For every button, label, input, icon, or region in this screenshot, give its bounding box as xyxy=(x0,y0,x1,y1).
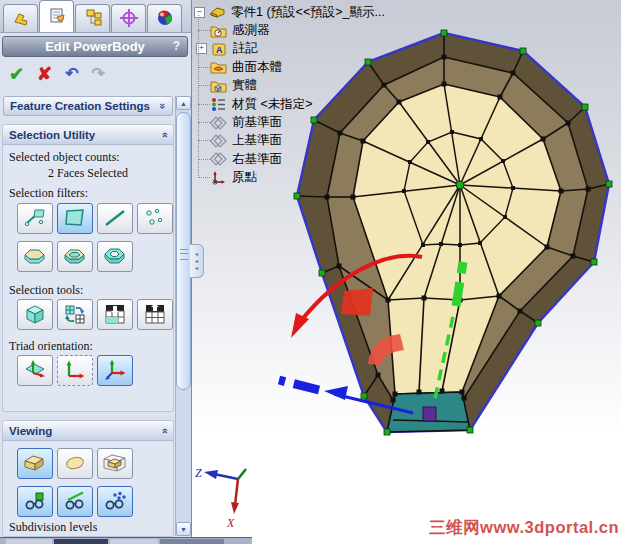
ok-button[interactable]: ✔ xyxy=(9,64,24,84)
shrink-selection-button[interactable] xyxy=(137,299,173,330)
selection-filter-row-2 xyxy=(17,241,133,272)
section-label: Feature Creation Settings xyxy=(10,100,150,112)
selection-tools-label: Selection tools: xyxy=(9,283,83,298)
tree-root-label: 零件1 (預設<<預設>_顯示... xyxy=(229,4,387,21)
selection-tools-row xyxy=(17,299,173,330)
material-icon xyxy=(210,96,227,112)
scroll-up-button[interactable]: ▲ xyxy=(176,96,191,110)
selected-vertex-marker[interactable] xyxy=(423,407,436,421)
watermark: 三维网www.3dportal.cn xyxy=(429,517,619,539)
chevron-up-icon: » xyxy=(158,131,170,137)
swap-selection-button[interactable] xyxy=(57,299,93,330)
ellipsoid-icon xyxy=(62,452,88,476)
tree-item-front-plane[interactable]: 前基準面 xyxy=(210,113,434,131)
filter-vertices-button[interactable] xyxy=(137,203,173,234)
tree-item-solid-bodies[interactable]: 實體 xyxy=(210,77,434,95)
glasses-vertices-icon xyxy=(102,490,128,514)
panel-scrollbar[interactable]: ▲ ▼ xyxy=(175,96,191,536)
tree-item-top-plane[interactable]: 上基準面 xyxy=(210,132,434,150)
box-in-cage-icon xyxy=(102,452,128,476)
show-vertices-button[interactable] xyxy=(97,486,133,517)
x-axis-arrow xyxy=(231,502,239,514)
viewing-row-2 xyxy=(17,486,133,517)
tab-display-manager[interactable] xyxy=(147,4,182,32)
triad-2d-button[interactable] xyxy=(57,355,93,386)
plane-icon xyxy=(210,151,227,167)
undo-button[interactable]: ↶ xyxy=(65,64,78,84)
svg-text:A: A xyxy=(216,45,223,55)
collapse-box-icon[interactable]: − xyxy=(194,7,205,18)
tree-item-sensors[interactable]: 感測器 xyxy=(210,21,434,39)
graphics-viewport[interactable]: Z X − 零件1 (預設<<預設>_顯示... xyxy=(192,0,621,544)
loop-select-open-button[interactable] xyxy=(17,241,53,272)
cancel-button[interactable]: ✘ xyxy=(37,64,52,84)
triad-3d-button[interactable] xyxy=(97,355,133,386)
tree-item-label: 右基準面 xyxy=(230,151,284,168)
tree-item-label: 曲面本體 xyxy=(230,59,284,76)
section-selection-utility[interactable]: Selection Utility » xyxy=(3,125,173,145)
loop-ring-icon xyxy=(103,245,127,268)
viewing-row-1 xyxy=(17,448,133,479)
section-label: Viewing xyxy=(9,425,52,437)
help-button[interactable]: ? xyxy=(173,39,180,53)
show-edges-button[interactable] xyxy=(57,486,93,517)
panel-title: Edit PowerBody xyxy=(45,39,145,54)
tab-dimxpert-manager[interactable] xyxy=(111,4,146,32)
tab-configuration-manager[interactable] xyxy=(75,4,110,32)
collapse-arrows-icon: ◂ xyxy=(195,258,198,265)
triad-2d-icon xyxy=(63,359,87,383)
loop-select-ring-button[interactable] xyxy=(97,241,133,272)
triad-3d-icon xyxy=(103,359,127,383)
surface-bodies-icon xyxy=(210,59,227,75)
grow-selection-button[interactable] xyxy=(97,299,133,330)
application-window: Edit PowerBody ? ✔ ✘ ↶ ↷ Feature Creatio… xyxy=(0,0,621,544)
solid-bodies-icon xyxy=(210,78,227,94)
view-cage-mode-button[interactable] xyxy=(17,448,53,479)
tree-item-label: 材質 <未指定> xyxy=(230,96,315,113)
tree-item-annotations[interactable]: + A 註記 xyxy=(210,40,434,58)
triad-to-face-button[interactable] xyxy=(17,355,53,386)
tree-item-label: 註記 xyxy=(231,40,260,57)
select-body-button[interactable] xyxy=(17,299,53,330)
tab-features[interactable] xyxy=(3,4,38,32)
selected-counts-value: 2 Faces Selected xyxy=(3,166,173,181)
tree-item-origin[interactable]: 原點 xyxy=(210,169,434,187)
view-smooth-mode-button[interactable] xyxy=(57,448,93,479)
triad-orientation-row xyxy=(17,355,133,386)
swap-selection-icon xyxy=(63,303,87,327)
tab-property-manager[interactable] xyxy=(39,0,74,32)
viewing-group: Viewing » xyxy=(2,420,174,537)
scroll-down-button[interactable]: ▼ xyxy=(176,522,191,536)
filter-combined-button[interactable] xyxy=(17,203,53,234)
section-feature-creation-settings[interactable]: Feature Creation Settings » xyxy=(3,96,173,116)
origin-icon xyxy=(210,170,227,186)
bottom-tab-strip xyxy=(0,537,252,544)
plane-icon xyxy=(210,133,227,149)
triad-orientation-label: Triad orientation: xyxy=(9,339,93,354)
scrollbar-thumb[interactable] xyxy=(176,112,191,390)
shrink-selection-icon xyxy=(143,303,167,327)
tree-item-material[interactable]: 材質 <未指定> xyxy=(210,95,434,113)
cube-icon xyxy=(23,303,47,327)
panel-splitter-handle[interactable]: ◂ ◂ ◂ xyxy=(190,244,204,278)
filter-edges-icon xyxy=(103,207,127,231)
filter-faces-button[interactable] xyxy=(57,203,93,234)
tree-item-surface-bodies[interactable]: 曲面本體 xyxy=(210,58,434,76)
tree-root-row[interactable]: − 零件1 (預設<<預設>_顯示... xyxy=(194,3,434,21)
filter-edges-button[interactable] xyxy=(97,203,133,234)
glasses-faces-icon xyxy=(22,490,48,514)
tree-item-label: 前基準面 xyxy=(230,114,284,131)
loop-select-band-button[interactable] xyxy=(57,241,93,272)
features-icon xyxy=(11,8,31,30)
configurations-icon xyxy=(83,8,103,30)
redo-button[interactable]: ↷ xyxy=(92,64,105,84)
selected-counts-label: Selected object counts: xyxy=(9,150,120,165)
tree-item-label: 感測器 xyxy=(230,22,272,39)
tree-item-right-plane[interactable]: 右基準面 xyxy=(210,150,434,168)
tree-item-label: 實體 xyxy=(230,77,259,94)
section-viewing[interactable]: Viewing » xyxy=(3,421,173,441)
property-manager-panel: Edit PowerBody ? ✔ ✘ ↶ ↷ Feature Creatio… xyxy=(0,0,192,544)
y-axis-stub xyxy=(238,469,246,479)
view-both-mode-button[interactable] xyxy=(97,448,133,479)
show-faces-button[interactable] xyxy=(17,486,53,517)
